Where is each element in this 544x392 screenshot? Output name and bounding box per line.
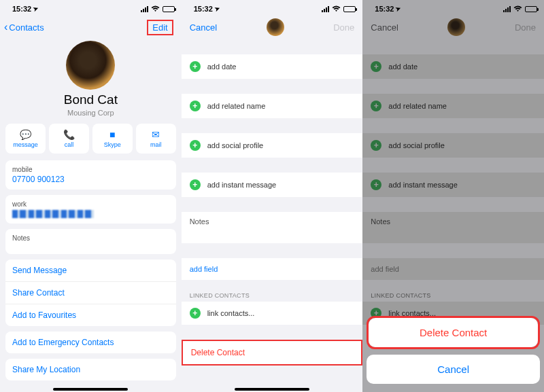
mail-icon: ✉ bbox=[152, 129, 160, 140]
back-button[interactable]: ‹ Contacts bbox=[4, 21, 44, 33]
video-label: Skype bbox=[104, 141, 121, 148]
wifi-icon bbox=[151, 5, 160, 12]
location-icon: ➤ bbox=[214, 5, 221, 13]
video-button[interactable]: ■ Skype bbox=[92, 124, 133, 154]
actions-list-1: Send Message Share Contact Add to Favour… bbox=[5, 260, 176, 326]
contact-name: Bond Cat bbox=[0, 92, 182, 107]
wifi-icon bbox=[332, 5, 341, 12]
avatar[interactable] bbox=[267, 18, 284, 36]
plus-icon: + bbox=[190, 308, 201, 319]
action-sheet: Delete Contact Cancel bbox=[362, 316, 544, 392]
sheet-delete-contact[interactable]: Delete Contact bbox=[369, 318, 538, 347]
add-favourites-link[interactable]: Add to Favourites bbox=[5, 304, 176, 326]
video-icon: ■ bbox=[109, 129, 115, 140]
plus-icon: + bbox=[190, 179, 201, 190]
add-im-label: add instant message bbox=[207, 181, 277, 189]
battery-icon bbox=[343, 6, 356, 12]
battery-icon bbox=[163, 6, 175, 12]
delete-contact-button[interactable]: Delete Contact bbox=[182, 340, 363, 366]
back-label: Contacts bbox=[9, 22, 44, 33]
call-button[interactable]: 📞 call bbox=[49, 124, 89, 154]
mobile-value: 07700 900123 bbox=[12, 175, 169, 184]
notes-label: Notes bbox=[190, 217, 209, 226]
message-label: message bbox=[13, 141, 38, 148]
add-related-row[interactable]: + add related name bbox=[182, 94, 363, 118]
status-time: 15:32 bbox=[12, 5, 31, 13]
avatar[interactable] bbox=[66, 41, 115, 90]
mail-button[interactable]: ✉ mail bbox=[136, 124, 176, 154]
nav-bar: Cancel Done bbox=[182, 15, 363, 39]
share-location-link[interactable]: Share My Location bbox=[5, 359, 176, 380]
work-card[interactable]: work bbox=[5, 195, 176, 224]
contact-company: Mousing Corp bbox=[0, 109, 182, 117]
mobile-card[interactable]: mobile 07700 900123 bbox=[5, 160, 176, 190]
done-button[interactable]: Done bbox=[333, 22, 354, 33]
status-time: 15:32 bbox=[194, 5, 213, 13]
add-date-label: add date bbox=[207, 63, 237, 71]
signal-icon bbox=[141, 6, 148, 12]
send-message-link[interactable]: Send Message bbox=[5, 260, 176, 282]
mobile-label: mobile bbox=[12, 166, 169, 173]
edit-contact-screen: 15:32 ➤ Cancel Done + add date + add rel… bbox=[182, 0, 363, 392]
message-button[interactable]: 💬 message bbox=[5, 124, 46, 154]
action-row: 💬 message 📞 call ■ Skype ✉ mail bbox=[0, 124, 182, 154]
notes-card[interactable]: Notes bbox=[5, 229, 176, 254]
edit-button[interactable]: Edit bbox=[147, 20, 173, 35]
add-im-row[interactable]: + add instant message bbox=[182, 173, 363, 197]
linked-contacts-header: LINKED CONTACTS bbox=[182, 292, 363, 302]
notes-field[interactable]: Notes bbox=[182, 212, 363, 243]
location-icon: ➤ bbox=[33, 5, 40, 13]
home-indicator[interactable] bbox=[53, 388, 128, 391]
add-emergency-link[interactable]: Add to Emergency Contacts bbox=[5, 332, 176, 353]
cancel-button[interactable]: Cancel bbox=[190, 22, 217, 33]
plus-icon: + bbox=[190, 61, 201, 72]
plus-icon: + bbox=[190, 140, 201, 151]
actions-list-3: Share My Location bbox=[5, 359, 176, 380]
add-related-label: add related name bbox=[207, 102, 266, 110]
status-bar: 15:32 ➤ bbox=[0, 0, 182, 15]
sheet-cancel[interactable]: Cancel bbox=[367, 355, 540, 384]
phone-icon: 📞 bbox=[63, 129, 75, 140]
call-label: call bbox=[65, 141, 74, 148]
link-contacts-row[interactable]: + link contacts... bbox=[182, 302, 363, 325]
chevron-left-icon: ‹ bbox=[4, 21, 7, 33]
work-value-blurred bbox=[12, 210, 94, 218]
plus-icon: + bbox=[190, 101, 201, 111]
share-contact-link[interactable]: Share Contact bbox=[5, 282, 176, 304]
contact-view-screen: 15:32 ➤ ‹ Contacts Edit Bond Cat Mousing… bbox=[0, 0, 182, 392]
actions-list-2: Add to Emergency Contacts bbox=[5, 332, 176, 353]
status-bar: 15:32 ➤ bbox=[182, 0, 363, 15]
mail-label: mail bbox=[150, 141, 162, 148]
add-field-button[interactable]: add field bbox=[182, 258, 363, 280]
delete-confirm-screen: 15:32 ➤ Cancel Done + add date bbox=[362, 0, 544, 392]
signal-icon bbox=[322, 6, 329, 12]
link-contacts-label: link contacts... bbox=[207, 309, 255, 317]
notes-label: Notes bbox=[12, 234, 169, 242]
add-social-row[interactable]: + add social profile bbox=[182, 133, 363, 158]
add-date-row[interactable]: + add date bbox=[182, 54, 363, 79]
add-social-label: add social profile bbox=[207, 141, 264, 149]
work-label: work bbox=[12, 200, 169, 208]
home-indicator[interactable] bbox=[235, 388, 309, 391]
message-icon: 💬 bbox=[20, 129, 31, 140]
nav-bar: ‹ Contacts Edit bbox=[0, 15, 182, 39]
